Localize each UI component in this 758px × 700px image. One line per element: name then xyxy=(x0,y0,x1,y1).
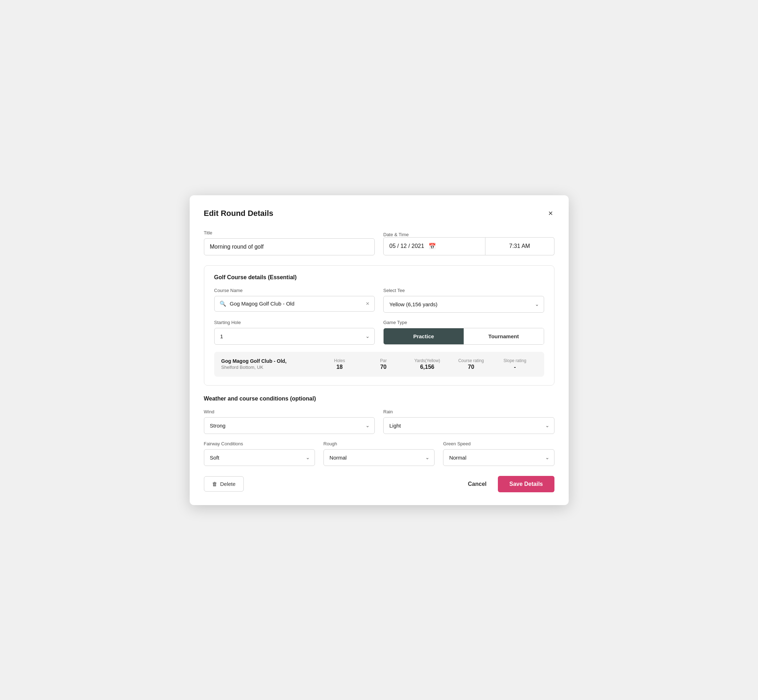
fairway-select-wrap: SoftNormalHard ⌄ xyxy=(204,449,315,466)
course-name-value: Gog Magog Golf Club - Old xyxy=(230,300,363,306)
fairway-rough-green-row: Fairway Conditions SoftNormalHard ⌄ Roug… xyxy=(204,441,554,466)
date-value: 05 / 12 / 2021 xyxy=(389,243,424,249)
delete-button[interactable]: 🗑 Delete xyxy=(204,476,244,492)
green-select-wrap: SlowNormalFast ⌄ xyxy=(443,449,554,466)
course-info-primary: Gog Magog Golf Club - Old, xyxy=(221,358,318,364)
footer-right: Cancel Save Details xyxy=(465,476,554,492)
holes-label: Holes xyxy=(334,358,345,363)
title-label: Title xyxy=(204,230,375,236)
wind-rain-row: Wind NoneLightModerateStrong ⌄ Rain None… xyxy=(204,409,554,434)
course-info-name: Gog Magog Golf Club - Old, Shelford Bott… xyxy=(221,358,318,370)
edit-round-modal: Edit Round Details × Title Date & Time 0… xyxy=(190,195,568,505)
course-info-location: Shelford Bottom, UK xyxy=(221,364,318,370)
green-dropdown[interactable]: SlowNormalFast xyxy=(443,449,554,466)
game-type-label: Game Type xyxy=(383,320,544,325)
time-input[interactable]: 7:31 AM xyxy=(485,237,554,255)
search-icon: 🔍 xyxy=(219,300,226,307)
starting-hole-wrap: 1234 5678 910 ⌄ xyxy=(214,328,375,345)
conditions-section: Weather and course conditions (optional)… xyxy=(204,395,554,466)
select-tee-wrap: Yellow (6,156 yards) White Red Blue ⌄ xyxy=(383,296,544,312)
starting-hole-group: Starting Hole 1234 5678 910 ⌄ xyxy=(214,320,375,345)
course-info-row: Gog Magog Golf Club - Old, Shelford Bott… xyxy=(214,352,544,377)
datetime-label: Date & Time xyxy=(383,232,554,237)
rough-select-wrap: SoftNormalHard ⌄ xyxy=(324,449,434,466)
top-row: Title Date & Time 05 / 12 / 2021 📅 7:31 … xyxy=(204,230,554,255)
stat-rating: Course rating 70 xyxy=(449,358,493,370)
datetime-field-group: Date & Time 05 / 12 / 2021 📅 7:31 AM xyxy=(383,232,554,255)
modal-header: Edit Round Details × xyxy=(204,208,554,219)
stat-holes: Holes 18 xyxy=(318,358,362,370)
delete-label: Delete xyxy=(220,481,236,487)
wind-dropdown[interactable]: NoneLightModerateStrong xyxy=(204,417,375,434)
stat-par: Par 70 xyxy=(362,358,405,370)
title-field-group: Title xyxy=(204,230,375,255)
rain-group: Rain NoneLightModerateHeavy ⌄ xyxy=(383,409,554,434)
yards-value: 6,156 xyxy=(420,364,434,370)
time-value: 7:31 AM xyxy=(509,243,530,249)
course-name-group: Course Name 🔍 Gog Magog Golf Club - Old … xyxy=(214,288,375,312)
rain-label: Rain xyxy=(383,409,554,414)
close-button[interactable]: × xyxy=(547,208,554,219)
rain-dropdown[interactable]: NoneLightModerateHeavy xyxy=(383,417,554,434)
rain-select-wrap: NoneLightModerateHeavy ⌄ xyxy=(383,417,554,434)
modal-title: Edit Round Details xyxy=(204,209,274,218)
rough-label: Rough xyxy=(324,441,434,446)
stat-yards: Yards(Yellow) 6,156 xyxy=(405,358,449,370)
green-label: Green Speed xyxy=(443,441,554,446)
golf-section-title: Golf Course details (Essential) xyxy=(214,274,544,281)
date-input[interactable]: 05 / 12 / 2021 📅 xyxy=(383,237,485,255)
practice-button[interactable]: Practice xyxy=(384,328,464,344)
course-name-label: Course Name xyxy=(214,288,375,293)
select-tee-dropdown[interactable]: Yellow (6,156 yards) White Red Blue xyxy=(383,296,544,312)
wind-select-wrap: NoneLightModerateStrong ⌄ xyxy=(204,417,375,434)
wind-group: Wind NoneLightModerateStrong ⌄ xyxy=(204,409,375,434)
wind-label: Wind xyxy=(204,409,375,414)
fairway-dropdown[interactable]: SoftNormalHard xyxy=(204,449,315,466)
tournament-button[interactable]: Tournament xyxy=(464,328,544,344)
slope-value: - xyxy=(514,364,516,370)
trash-icon: 🗑 xyxy=(212,481,218,487)
clear-course-button[interactable]: × xyxy=(366,300,370,306)
rough-group: Rough SoftNormalHard ⌄ xyxy=(324,441,434,466)
rating-label: Course rating xyxy=(458,358,484,363)
yards-label: Yards(Yellow) xyxy=(414,358,440,363)
hole-gametype-row: Starting Hole 1234 5678 910 ⌄ Game Type … xyxy=(214,320,544,345)
slope-label: Slope rating xyxy=(504,358,526,363)
conditions-title: Weather and course conditions (optional) xyxy=(204,395,554,402)
footer-row: 🗑 Delete Cancel Save Details xyxy=(204,476,554,492)
stat-slope: Slope rating - xyxy=(493,358,537,370)
calendar-icon: 📅 xyxy=(429,242,436,250)
title-input[interactable] xyxy=(204,238,375,255)
select-tee-group: Select Tee Yellow (6,156 yards) White Re… xyxy=(383,288,544,312)
rough-dropdown[interactable]: SoftNormalHard xyxy=(324,449,434,466)
course-name-input[interactable]: 🔍 Gog Magog Golf Club - Old × xyxy=(214,296,375,312)
starting-hole-label: Starting Hole xyxy=(214,320,375,325)
course-tee-row: Course Name 🔍 Gog Magog Golf Club - Old … xyxy=(214,288,544,312)
save-button[interactable]: Save Details xyxy=(498,476,554,492)
game-type-toggle: Practice Tournament xyxy=(383,328,544,345)
select-tee-label: Select Tee xyxy=(383,288,544,293)
fairway-group: Fairway Conditions SoftNormalHard ⌄ xyxy=(204,441,315,466)
starting-hole-dropdown[interactable]: 1234 5678 910 xyxy=(214,328,375,345)
game-type-group: Game Type Practice Tournament xyxy=(383,320,544,345)
green-group: Green Speed SlowNormalFast ⌄ xyxy=(443,441,554,466)
cancel-button[interactable]: Cancel xyxy=(465,477,489,492)
golf-course-section: Golf Course details (Essential) Course N… xyxy=(204,266,554,386)
par-label: Par xyxy=(380,358,387,363)
rating-value: 70 xyxy=(468,364,475,370)
fairway-label: Fairway Conditions xyxy=(204,441,315,446)
par-value: 70 xyxy=(380,364,387,370)
holes-value: 18 xyxy=(336,364,343,370)
